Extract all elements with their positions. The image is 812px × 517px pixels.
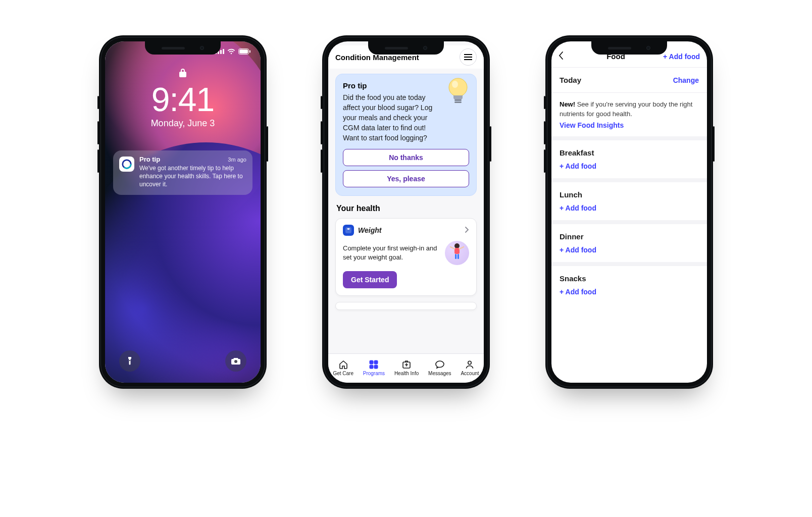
notification-title: Pro tip bbox=[139, 156, 160, 163]
meal-name: Breakfast bbox=[560, 148, 699, 157]
meal-section: Lunch+ Add food bbox=[551, 178, 707, 220]
device-app-home: Condition Management bbox=[322, 35, 490, 389]
svg-rect-10 bbox=[454, 99, 462, 101]
pro-tip-card: Pro tip Did the food you ate today affec… bbox=[335, 74, 477, 196]
change-date-button[interactable]: Change bbox=[673, 76, 699, 84]
device-food-log: Food + Add food Today Change New! See if… bbox=[545, 35, 713, 389]
tab-label: Account bbox=[461, 371, 479, 376]
svg-point-9 bbox=[452, 81, 458, 88]
tab-health-info[interactable]: Health Info bbox=[394, 359, 419, 376]
date-label: Today bbox=[560, 76, 581, 84]
lock-date: Monday, June 3 bbox=[151, 118, 215, 129]
svg-rect-16 bbox=[458, 254, 459, 259]
tab-label: Programs bbox=[363, 371, 385, 376]
insights-note: New! See if you're serving your body the… bbox=[551, 93, 707, 121]
lightbulb-icon bbox=[445, 77, 471, 108]
insights-note-bold: New! bbox=[560, 100, 575, 108]
svg-rect-19 bbox=[370, 365, 373, 369]
yes-please-button[interactable]: Yes, please bbox=[343, 170, 469, 187]
device-lockscreen: 9:41 Monday, June 3 Pro tip 3m ago We've… bbox=[99, 35, 267, 389]
wifi-icon bbox=[227, 48, 235, 55]
lock-time: 9:41 bbox=[151, 83, 214, 116]
tab-messages[interactable]: Messages bbox=[428, 359, 451, 376]
svg-rect-11 bbox=[454, 101, 462, 103]
weight-card[interactable]: Weight Complete your first weigh-in and … bbox=[335, 218, 477, 296]
svg-rect-1 bbox=[239, 49, 248, 54]
add-food-button[interactable]: + Add food bbox=[560, 288, 699, 296]
menu-button[interactable] bbox=[460, 48, 477, 66]
svg-rect-17 bbox=[370, 360, 373, 364]
add-food-button[interactable]: + Add food bbox=[560, 246, 699, 254]
meal-section: Dinner+ Add food bbox=[551, 220, 707, 262]
get-started-button[interactable]: Get Started bbox=[343, 271, 397, 288]
svg-rect-14 bbox=[454, 248, 460, 254]
tab-get-care[interactable]: Get Care bbox=[333, 359, 353, 376]
weight-illustration bbox=[445, 241, 469, 265]
tip-body: Did the food you ate today affect your b… bbox=[343, 93, 435, 143]
chevron-right-icon bbox=[465, 226, 469, 235]
svg-point-13 bbox=[454, 243, 460, 248]
tab-label: Health Info bbox=[394, 371, 419, 376]
lock-icon bbox=[179, 68, 187, 78]
tabbar: Get Care Programs Health Info Messages A… bbox=[328, 353, 484, 383]
svg-rect-5 bbox=[129, 360, 130, 361]
tab-account[interactable]: Account bbox=[461, 359, 479, 376]
weight-card-title: Weight bbox=[358, 226, 461, 234]
svg-rect-2 bbox=[249, 50, 250, 53]
meal-section: Breakfast+ Add food bbox=[551, 136, 707, 178]
tab-label: Get Care bbox=[333, 371, 353, 376]
add-food-button[interactable]: + Add food bbox=[560, 162, 699, 170]
svg-point-6 bbox=[234, 360, 237, 363]
flashlight-button[interactable] bbox=[119, 350, 140, 372]
meal-name: Lunch bbox=[560, 190, 699, 199]
meal-name: Snacks bbox=[560, 274, 699, 283]
svg-rect-12 bbox=[345, 227, 351, 233]
notification-time: 3m ago bbox=[228, 157, 246, 163]
view-food-insights-link[interactable]: View Food Insights bbox=[551, 121, 707, 136]
your-health-heading: Your health bbox=[336, 204, 476, 213]
svg-rect-15 bbox=[455, 254, 456, 259]
add-food-header-button[interactable]: + Add food bbox=[663, 53, 700, 61]
camera-button[interactable] bbox=[225, 350, 246, 372]
stage: 9:41 Monday, June 3 Pro tip 3m ago We've… bbox=[0, 0, 812, 517]
tab-label: Messages bbox=[428, 371, 451, 376]
add-food-button[interactable]: + Add food bbox=[560, 204, 699, 212]
svg-rect-20 bbox=[374, 365, 378, 369]
weight-card-body: Complete your first weigh-in and set you… bbox=[343, 244, 440, 262]
no-thanks-button[interactable]: No thanks bbox=[343, 149, 469, 166]
svg-point-22 bbox=[468, 361, 471, 364]
back-button[interactable] bbox=[559, 51, 569, 62]
tab-programs[interactable]: Programs bbox=[363, 359, 385, 376]
lock-notification[interactable]: Pro tip 3m ago We've got another timely … bbox=[113, 150, 252, 195]
weight-icon bbox=[343, 225, 354, 236]
notification-app-icon bbox=[119, 157, 134, 172]
notification-body: We've got another timely tip to help enh… bbox=[139, 164, 246, 189]
battery-icon bbox=[238, 48, 250, 55]
svg-rect-18 bbox=[374, 360, 378, 364]
meal-name: Dinner bbox=[560, 232, 699, 241]
insights-note-rest: See if you're serving your body the righ… bbox=[560, 100, 692, 118]
next-card-peek bbox=[335, 302, 477, 310]
meal-section: Snacks+ Add food bbox=[551, 262, 707, 304]
